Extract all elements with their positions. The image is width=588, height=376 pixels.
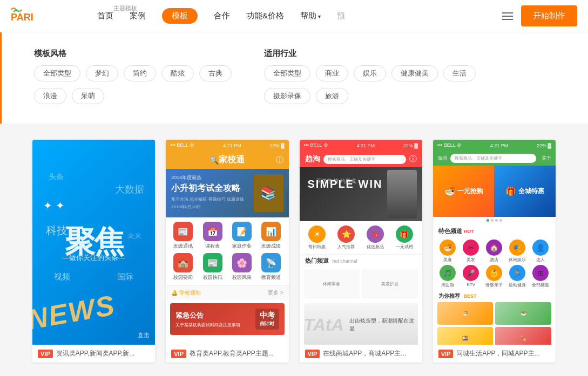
nav-right: 开始制作	[502, 5, 577, 26]
local-icon-8: 🏃 运动健身	[507, 265, 528, 288]
tag-life[interactable]: 生活	[443, 65, 476, 81]
style-filter-title: 模板风格	[34, 49, 232, 59]
vip-badge-shop: VIP	[305, 350, 320, 358]
tag-commercial[interactable]: 商业	[316, 65, 348, 81]
hamburger-menu[interactable]	[502, 12, 513, 20]
news-news-text: NEWS	[32, 289, 118, 336]
news-toutiao: 头条	[49, 172, 64, 182]
nav-cooperate[interactable]: 合作	[214, 9, 230, 23]
edu-zhongkao: 中考 倒计时	[255, 309, 279, 330]
edu-emergency-sub: 关于某某机构面试时间及注意事项	[175, 322, 240, 328]
edu-emergency-content: 紧急公告 关于某某机构面试时间及注意事项	[175, 311, 240, 328]
shop-nav-daily: ☀ 每日特惠	[304, 225, 331, 250]
nav-templates[interactable]: 模板	[162, 8, 198, 24]
edu-header: 🔍 家校通 ⓘ	[166, 151, 288, 169]
tag-health[interactable]: 健康健美	[391, 65, 438, 81]
card-news-footer: VIP 资讯类APP,新闻类APP,新...	[32, 345, 155, 363]
nav-partial: 预	[337, 11, 345, 21]
local-header: 深圳 搜索商品、店铺及关键字 关于	[433, 151, 556, 166]
industry-filter-group: 适用行业 全部类型 商业 娱乐 健康健美 生活 摄影录像 旅游	[264, 49, 476, 104]
local-section-title: 特色频道 HOT	[433, 224, 556, 237]
local-food-grid: 🍜 🥗 🍱 🍖	[433, 302, 556, 345]
main-nav: 首页 案例 模板 合作 功能&价格 帮助 预	[97, 8, 502, 24]
nav-features[interactable]: 功能&价格	[246, 9, 284, 23]
shop-nav: ☀ 每日特惠 ⭐ 人气推荐 🔖 优选新品 🎁 一元试用	[300, 221, 422, 254]
edu-icons-grid: 📰 班级通讯 📅 课程表 📝 家庭作业 📊 班级成绩	[166, 217, 288, 285]
tag-cute[interactable]: 呆萌	[72, 88, 104, 104]
edu-hero: 2016年度最热 小升初考试全攻略 复习方法 总分秘籍 答题技巧 试题训练 20…	[166, 169, 288, 217]
local-icon-circle-6: 🎤	[463, 265, 479, 281]
industry-filter-title: 适用行业	[264, 49, 476, 59]
shop-nav-label-3: 一元试用	[396, 244, 413, 250]
shop-nav-icon-1: ⭐	[337, 225, 355, 243]
local-icons-grid: 🍜 美食 ✂ 美发 🏠 酒店 🎭 休闲娱乐	[433, 237, 556, 290]
shop-nav-trial: 🎁 一元试用	[391, 225, 418, 250]
tag-fantasy[interactable]: 梦幻	[86, 65, 118, 81]
card-local[interactable]: ••• BELL 令4:21 PM22% ▓ 深圳 搜索商品、店铺及关键字 关于…	[433, 140, 556, 363]
tag-simple[interactable]: 简约	[124, 65, 156, 81]
nav-label: 主题模板	[113, 4, 137, 12]
local-icon-7: 👶 母婴亲子	[484, 265, 505, 288]
local-icon-label-3: 休闲娱乐	[509, 257, 526, 263]
news-future: 未来	[127, 231, 141, 241]
local-icon-label-8: 运动健身	[509, 282, 526, 288]
tag-entertainment[interactable]: 娱乐	[354, 65, 386, 81]
logo[interactable]: PARI	[11, 5, 65, 27]
local-icon-label-5: 周边游	[441, 282, 454, 288]
local-search: 搜索商品、店铺及关键字	[450, 154, 536, 163]
edu-icon-circle-4: 🏫	[173, 253, 193, 272]
edu-icon-label-6: 校园风采	[232, 274, 252, 281]
edu-icon-label-5: 校园快讯	[203, 274, 222, 281]
edu-hero-date: 2016年8月18日	[171, 204, 249, 210]
edu-icon-label-1: 课程表	[205, 243, 220, 250]
local-best: BEST	[464, 293, 477, 299]
tag-romantic[interactable]: 浪漫	[34, 88, 66, 104]
edu-icon-circle-0: 📰	[173, 222, 193, 241]
shop-banner-sub: 百搭范 简·约胜戈	[316, 177, 357, 185]
shop-nav-label-1: 人气推荐	[337, 244, 355, 250]
local-food-3: 🍖	[495, 327, 551, 345]
local-hot-badge: HOT	[464, 229, 474, 234]
shop-nav-label-2: 优选新品	[367, 244, 384, 250]
local-close: 关于	[542, 155, 551, 162]
card-education[interactable]: ••• BELL 令4:21 PM22% ▓ 🔍 家校通 ⓘ 2016年度最热 …	[166, 140, 288, 363]
tag-travel[interactable]: 旅游	[316, 88, 348, 104]
shop-channel-title: 热门频道	[305, 257, 329, 264]
tag-cool[interactable]: 酷炫	[161, 65, 194, 81]
card-shopping[interactable]: ••• BELL 令4:21 PM22% ▓ 趋淘 搜索商品、店铺及关键字 ⓘ …	[300, 140, 422, 363]
shop-nav-label-0: 每日特惠	[308, 244, 326, 250]
shop-nav-icon-0: ☀	[308, 225, 326, 243]
edu-icon-circle-3: 📊	[261, 222, 281, 241]
local-icon-3: 🎭 休闲娱乐	[507, 240, 528, 263]
edu-icon-0: 📰 班级通讯	[170, 222, 196, 250]
start-button[interactable]: 开始制作	[521, 5, 577, 26]
nav-help[interactable]: 帮助	[300, 9, 321, 23]
local-icon-label-6: KTV	[467, 282, 476, 287]
edu-notice-more: 更多 >	[268, 289, 283, 297]
tag-all-styles[interactable]: 全部类型	[34, 65, 80, 81]
local-icon-circle-2: 🏠	[486, 240, 502, 256]
tag-all-industries[interactable]: 全部类型	[264, 65, 310, 81]
industry-tags-row1: 全部类型 商业 娱乐 健康健美 生活	[264, 65, 476, 81]
edu-notice-label: 🔔 学校通知	[171, 289, 201, 297]
local-banner-right: 🎁 全城特惠	[494, 166, 556, 217]
local-icon-circle-7: 👶	[486, 265, 502, 281]
local-food-1: 🥗	[495, 302, 551, 325]
nav-home[interactable]: 首页	[97, 9, 113, 23]
dot-1	[491, 219, 494, 222]
filter-row-1: 模板风格 全部类型 梦幻 简约 酷炫 古典 浪漫 呆萌 适用行业 全部类型 商业…	[34, 49, 556, 104]
local-banner-left: 🍜 一元抢购	[433, 166, 495, 217]
local-icon-circle-9: ⊞	[532, 265, 549, 281]
tag-photography[interactable]: 摄影录像	[264, 88, 310, 104]
shop-app-name: 趋淘	[305, 154, 320, 164]
shop-product-0: 休闲零食	[304, 269, 360, 299]
local-icon-1: ✂ 美发	[461, 240, 482, 263]
dot-2	[495, 219, 498, 222]
shop-nav-icon-2: 🔖	[367, 225, 384, 243]
card-news[interactable]: 头条 ✦ ✦ 大数据 聚焦 科技 未来 —做你关注的头条— 视频 国际 NEWS…	[32, 140, 155, 363]
edu-hero-subtitle: 2016年度最热	[171, 174, 249, 181]
tag-classic[interactable]: 古典	[199, 65, 232, 81]
shop-product-1: 美发护发	[362, 269, 418, 299]
edu-icon-label-4: 校园要闻	[173, 274, 193, 281]
local-banner-left-text: 一元抢购	[457, 187, 483, 196]
